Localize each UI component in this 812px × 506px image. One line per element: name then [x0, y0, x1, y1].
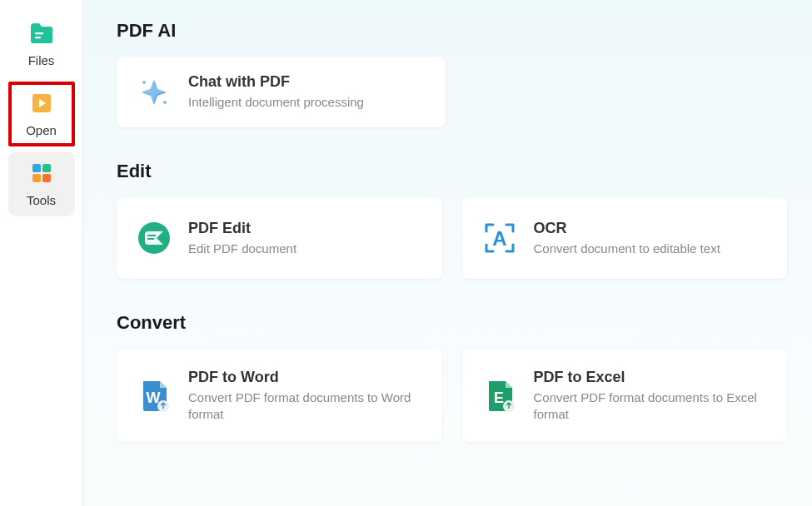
svg-text:A: A	[492, 227, 506, 250]
card-text: Chat with PDF Intelligent document proce…	[188, 73, 364, 111]
svg-point-9	[163, 101, 167, 104]
svg-rect-5	[42, 164, 51, 172]
card-title: PDF to Word	[188, 369, 422, 386]
sidebar-item-files[interactable]: Files	[8, 12, 75, 77]
card-desc: Convert document to editable text	[534, 241, 720, 257]
section-row-edit: PDF Edit Edit PDF document A OCR Convert…	[117, 197, 787, 279]
svg-text:E: E	[493, 389, 503, 406]
sidebar-item-label: Open	[26, 123, 57, 137]
card-title: PDF to Excel	[534, 369, 768, 386]
edit-icon	[137, 221, 172, 255]
card-desc: Intelligent document processing	[188, 94, 364, 111]
card-title: PDF Edit	[188, 220, 296, 237]
section-title-convert: Convert	[117, 312, 787, 334]
card-text: OCR Convert document to editable text	[534, 220, 720, 257]
card-title: Chat with PDF	[188, 73, 364, 91]
card-pdf-to-word[interactable]: W PDF to Word Convert PDF format documen…	[117, 349, 442, 442]
sidebar-item-label: Tools	[27, 193, 56, 207]
sidebar: Files Open Tools	[0, 0, 83, 506]
open-icon	[29, 92, 54, 118]
card-text: PDF Edit Edit PDF document	[188, 220, 296, 257]
svg-rect-7	[42, 174, 51, 182]
svg-rect-4	[32, 164, 41, 172]
sparkle-icon	[137, 75, 172, 110]
card-text: PDF to Excel Convert PDF format document…	[534, 369, 768, 424]
ocr-icon: A	[482, 221, 517, 255]
tools-icon	[29, 161, 54, 188]
sidebar-item-tools[interactable]: Tools	[8, 151, 75, 216]
card-pdf-edit[interactable]: PDF Edit Edit PDF document	[117, 197, 442, 279]
section-row-convert: W PDF to Word Convert PDF format documen…	[117, 349, 787, 442]
card-pdf-to-excel[interactable]: E PDF to Excel Convert PDF format docume…	[462, 349, 788, 442]
svg-rect-12	[147, 238, 154, 240]
svg-rect-0	[35, 32, 43, 34]
card-ocr[interactable]: A OCR Convert document to editable text	[462, 197, 788, 279]
card-desc: Convert PDF format documents to Excel fo…	[534, 389, 768, 424]
sidebar-item-label: Files	[28, 53, 55, 67]
section-title-edit: Edit	[117, 161, 787, 182]
section-row-pdf-ai: Chat with PDF Intelligent document proce…	[117, 57, 787, 127]
card-text: PDF to Word Convert PDF format documents…	[188, 369, 422, 424]
card-title: OCR	[534, 220, 720, 237]
files-icon	[29, 22, 54, 48]
card-chat-with-pdf[interactable]: Chat with PDF Intelligent document proce…	[117, 57, 446, 127]
svg-point-8	[142, 81, 146, 84]
word-icon: W	[137, 378, 172, 413]
card-desc: Convert PDF format documents to Word for…	[188, 389, 422, 424]
svg-rect-1	[35, 37, 41, 38]
main-content: PDF AI Chat with PDF Intelligent documen…	[83, 0, 812, 506]
svg-rect-6	[32, 174, 41, 182]
svg-rect-11	[147, 235, 156, 236]
section-title-pdf-ai: PDF AI	[117, 20, 787, 42]
card-desc: Edit PDF document	[188, 241, 296, 257]
sidebar-item-open[interactable]: Open	[8, 82, 75, 146]
excel-icon: E	[482, 378, 517, 413]
